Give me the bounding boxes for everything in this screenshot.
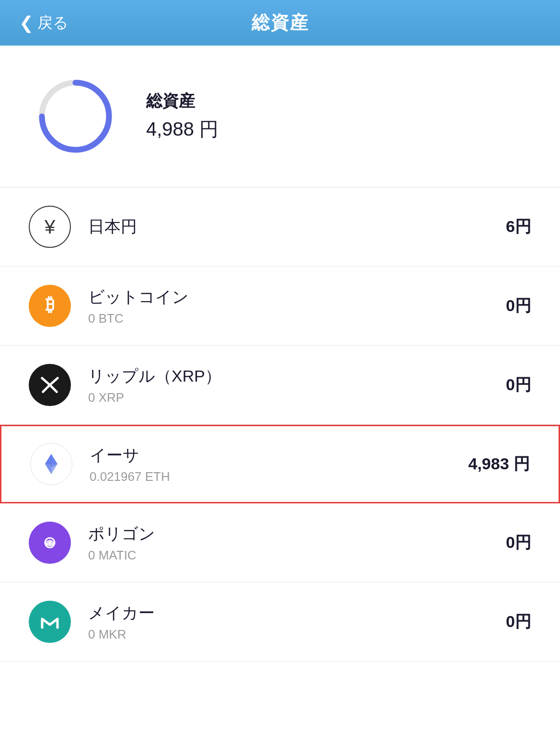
asset-item-xrp[interactable]: リップル（XRP） 0 XRP 0円 [0, 346, 560, 425]
svg-line-3 [42, 378, 50, 385]
summary-label: 総資産 [146, 90, 218, 112]
mkr-amount: 0円 [506, 611, 531, 633]
btc-name: ビットコイン [88, 286, 489, 308]
eth-name: イーサ [90, 444, 451, 466]
asset-item-mkr[interactable]: メイカー 0 MKR 0円 [0, 582, 560, 662]
xrp-sub: 0 XRP [88, 390, 489, 405]
eth-amount: 4,983 円 [468, 453, 530, 475]
asset-item-matic[interactable]: ポリゴン 0 MATIC 0円 [0, 503, 560, 582]
xrp-name: リップル（XRP） [88, 365, 489, 387]
svg-line-4 [50, 378, 57, 385]
matic-sub: 0 MATIC [88, 548, 489, 563]
summary-info: 総資産 4,988 円 [146, 90, 218, 142]
jpy-icon: ¥ [29, 206, 71, 248]
xrp-info: リップル（XRP） 0 XRP [88, 365, 489, 405]
summary-section: 総資産 4,988 円 [0, 46, 560, 187]
eth-sub: 0.021967 ETH [90, 469, 451, 484]
eth-info: イーサ 0.021967 ETH [90, 444, 451, 484]
back-button[interactable]: ❮ 戻る [19, 12, 69, 34]
jpy-name: 日本円 [88, 216, 489, 238]
mkr-name: メイカー [88, 602, 489, 624]
matic-name: ポリゴン [88, 523, 489, 545]
main-content: 総資産 4,988 円 ¥ 日本円 6円 ₿ ビットコイン 0 BTC [0, 46, 560, 745]
page-title: 総資産 [251, 11, 309, 35]
asset-item-eth[interactable]: イーサ 0.021967 ETH 4,983 円 [0, 425, 560, 503]
svg-line-5 [43, 385, 50, 392]
xrp-amount: 0円 [506, 374, 531, 396]
svg-marker-11 [45, 454, 51, 464]
svg-line-6 [50, 385, 57, 392]
back-label: 戻る [37, 12, 69, 34]
back-arrow-icon: ❮ [19, 13, 34, 33]
donut-chart [34, 74, 117, 158]
asset-list: ¥ 日本円 6円 ₿ ビットコイン 0 BTC 0円 [0, 187, 560, 662]
matic-amount: 0円 [506, 532, 531, 554]
mkr-sub: 0 MKR [88, 627, 489, 642]
btc-sub: 0 BTC [88, 311, 489, 326]
btc-info: ビットコイン 0 BTC [88, 286, 489, 326]
asset-item-btc[interactable]: ₿ ビットコイン 0 BTC 0円 [0, 267, 560, 346]
mkr-info: メイカー 0 MKR [88, 602, 489, 642]
mkr-icon [29, 601, 71, 643]
svg-marker-10 [51, 454, 57, 464]
jpy-amount: 6円 [506, 216, 531, 238]
summary-amount: 4,988 円 [146, 116, 218, 142]
btc-amount: 0円 [506, 295, 531, 317]
svg-text:₿: ₿ [46, 294, 55, 314]
asset-item-jpy[interactable]: ¥ 日本円 6円 [0, 187, 560, 267]
svg-point-13 [48, 541, 51, 544]
eth-icon [30, 443, 72, 485]
jpy-info: 日本円 [88, 216, 489, 238]
matic-icon [29, 522, 71, 564]
btc-icon: ₿ [29, 285, 71, 327]
matic-info: ポリゴン 0 MATIC [88, 523, 489, 563]
header: ❮ 戻る 総資産 [0, 0, 560, 46]
xrp-icon [29, 364, 71, 406]
